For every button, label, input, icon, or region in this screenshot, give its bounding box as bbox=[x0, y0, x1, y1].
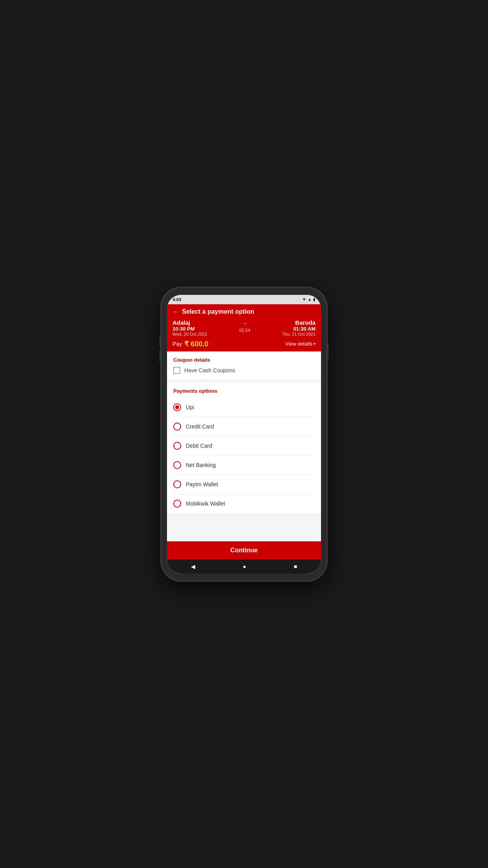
nav-back-button[interactable]: ◀ bbox=[191, 563, 195, 570]
journey-arrow-icon: → bbox=[242, 320, 248, 327]
status-time: 4:03 bbox=[172, 297, 181, 302]
journey-duration-value: 02:54 bbox=[239, 328, 250, 333]
app-header: ← Select a payment option Adalaj 10:30 P… bbox=[167, 304, 321, 351]
radio-net-banking bbox=[173, 461, 181, 469]
payment-label-credit-card: Credit Card bbox=[186, 423, 214, 430]
origin-time: 10:30 PM bbox=[172, 326, 207, 332]
pay-label: Pay bbox=[172, 341, 182, 347]
signal-icon: ▲ bbox=[308, 297, 312, 302]
page-title: Select a payment option bbox=[182, 308, 254, 315]
phone-screen: 4:03 ▼ ▲ ▮ ← Select a payment option Ada… bbox=[167, 295, 321, 574]
coupon-section-title: Coupon details bbox=[173, 357, 315, 363]
dest-time: 01:30 AM bbox=[293, 326, 316, 332]
status-icons: ▼ ▲ ▮ bbox=[302, 297, 316, 302]
origin-date: Wed, 20 Oct 2021 bbox=[172, 332, 207, 337]
battery-icon: ▮ bbox=[313, 297, 316, 302]
status-bar: 4:03 ▼ ▲ ▮ bbox=[167, 295, 321, 304]
journey-destination: Baroda 01:30 AM Thu, 21 Oct 2021 bbox=[282, 319, 316, 337]
dest-date: Thu, 21 Oct 2021 bbox=[282, 332, 316, 337]
radio-mobikwik-wallet bbox=[173, 500, 181, 508]
payment-option-debit-card[interactable]: Debit Card bbox=[173, 436, 315, 456]
coupon-section: Coupon details Have Cash Coupons bbox=[167, 351, 321, 379]
chevron-down-icon: ▾ bbox=[314, 342, 316, 346]
view-details-label: View details bbox=[285, 341, 312, 347]
journey-duration: → 02:54 bbox=[239, 319, 250, 333]
payment-option-paytm-wallet[interactable]: Paytm Wallet bbox=[173, 475, 315, 494]
dest-city: Baroda bbox=[295, 319, 316, 326]
origin-city: Adalaj bbox=[172, 319, 207, 326]
coupon-checkbox-row[interactable]: Have Cash Coupons bbox=[173, 367, 315, 374]
radio-paytm-wallet bbox=[173, 480, 181, 488]
payment-option-mobikwik-wallet[interactable]: Mobikwik Wallet bbox=[173, 494, 315, 513]
payment-label-net-banking: Net Banking bbox=[186, 462, 216, 468]
payments-section-title: Payments options bbox=[173, 388, 315, 394]
payment-label-mobikwik-wallet: Mobikwik Wallet bbox=[186, 500, 225, 507]
nav-bar: ◀ ● ■ bbox=[167, 559, 321, 574]
payment-option-net-banking[interactable]: Net Banking bbox=[173, 456, 315, 475]
phone-shell: 4:03 ▼ ▲ ▮ ← Select a payment option Ada… bbox=[161, 288, 327, 581]
continue-button[interactable]: Continue bbox=[167, 541, 321, 559]
pay-info: Pay ₹ 600.0 bbox=[172, 340, 208, 348]
payments-section: Payments options Upi Credit Card Debit bbox=[167, 383, 321, 513]
back-button[interactable]: ← bbox=[172, 308, 179, 315]
payment-option-credit-card[interactable]: Credit Card bbox=[173, 417, 315, 436]
payment-label-debit-card: Debit Card bbox=[186, 443, 212, 449]
nav-home-button[interactable]: ● bbox=[243, 563, 246, 570]
coupon-checkbox-label: Have Cash Coupons bbox=[184, 367, 235, 373]
content-area: Coupon details Have Cash Coupons Payment… bbox=[167, 351, 321, 541]
radio-upi-dot bbox=[175, 405, 179, 409]
payment-option-upi[interactable]: Upi bbox=[173, 398, 315, 417]
payment-label-upi: Upi bbox=[186, 404, 194, 410]
payment-label-paytm-wallet: Paytm Wallet bbox=[186, 481, 218, 487]
radio-upi bbox=[173, 403, 181, 411]
radio-debit-card bbox=[173, 442, 181, 450]
journey-origin: Adalaj 10:30 PM Wed, 20 Oct 2021 bbox=[172, 319, 207, 337]
nav-recents-button[interactable]: ■ bbox=[294, 563, 297, 570]
radio-credit-card bbox=[173, 423, 181, 430]
view-details-button[interactable]: View details ▾ bbox=[285, 341, 316, 347]
pay-amount: ₹ 600.0 bbox=[184, 340, 208, 348]
coupon-checkbox[interactable] bbox=[173, 367, 180, 374]
wifi-icon: ▼ bbox=[302, 297, 306, 302]
